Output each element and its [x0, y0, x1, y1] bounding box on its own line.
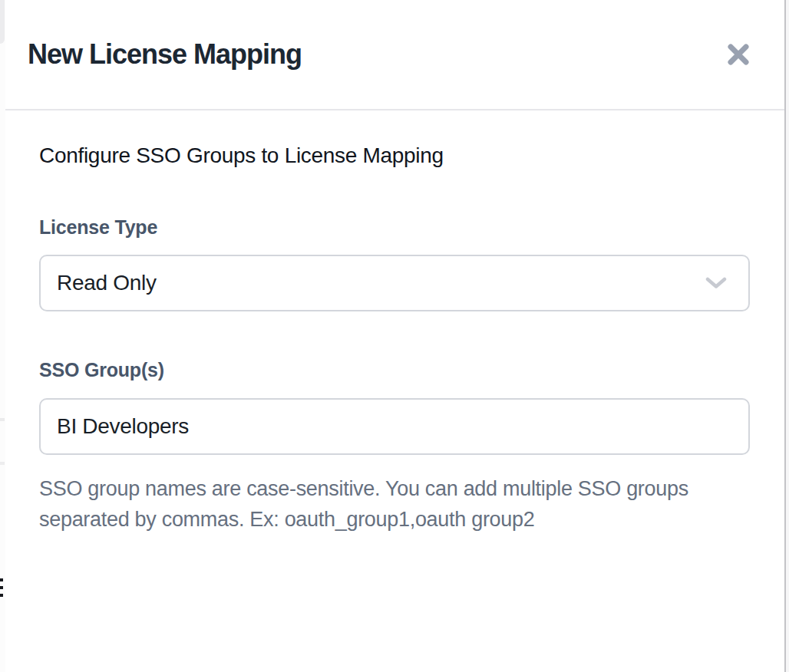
- help-text-line-2: separated by commas. Ex: oauth_group1,oa…: [39, 508, 534, 531]
- close-button[interactable]: [723, 39, 754, 70]
- scrollbar-track[interactable]: [784, 0, 789, 672]
- license-type-select[interactable]: Read Only: [39, 255, 750, 311]
- sso-groups-input[interactable]: [39, 398, 750, 455]
- license-type-label: License Type: [39, 216, 750, 239]
- help-text-line-1: SSO group names are case-sensitive. You …: [39, 477, 688, 500]
- modal-body: Configure SSO Groups to License Mapping …: [0, 143, 784, 535]
- sso-groups-help-text: SSO group names are case-sensitive. You …: [39, 473, 750, 535]
- modal-description: Configure SSO Groups to License Mapping: [39, 143, 750, 169]
- sso-groups-label: SSO Group(s): [39, 359, 750, 381]
- hamburger-menu-icon-fragment: [0, 578, 3, 601]
- new-license-mapping-modal: New License Mapping Configure SSO Groups…: [0, 0, 784, 672]
- chevron-down-icon: [705, 277, 727, 289]
- x-icon: [726, 42, 751, 67]
- modal-header: New License Mapping: [0, 0, 784, 110]
- license-type-selected-value: Read Only: [57, 271, 157, 295]
- modal-title: New License Mapping: [28, 38, 302, 71]
